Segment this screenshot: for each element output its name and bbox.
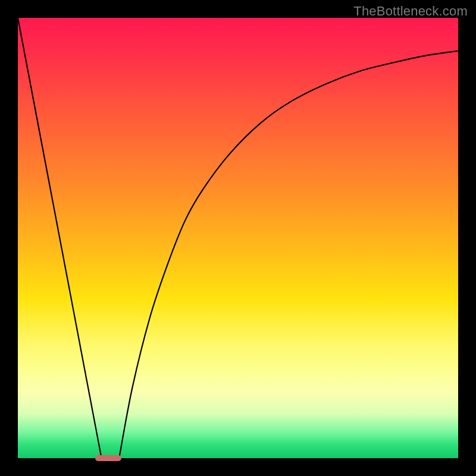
chart-curves (18, 18, 458, 458)
right-branch-line (119, 51, 458, 459)
bottleneck-marker (95, 455, 121, 461)
plot-area (18, 18, 458, 458)
watermark-text: TheBottleneck.com (353, 4, 468, 19)
chart-frame: TheBottleneck.com (0, 0, 476, 476)
left-branch-line (18, 18, 102, 458)
